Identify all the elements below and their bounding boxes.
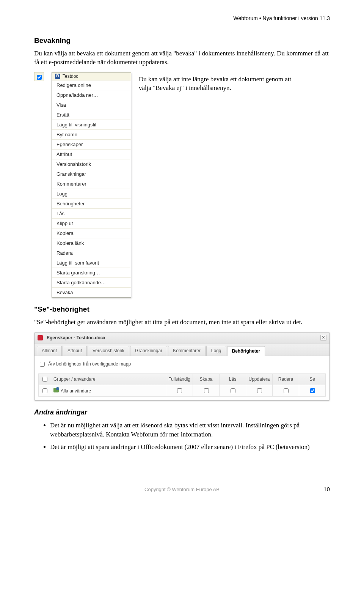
context-menu-item[interactable]: Lås [52,208,131,218]
context-menu: Testdoc Redigera onlineÖppna/ladda ner…V… [52,72,131,298]
section-andra-title: Andra ändringar [34,408,330,416]
properties-dialog: Egenskaper - Testdoc.docx × AllmäntAttri… [34,332,330,401]
dialog-titlebar: Egenskaper - Testdoc.docx × [35,332,329,343]
dialog-title-text: Egenskaper - Testdoc.docx [47,335,105,340]
section-se-para: "Se"-behörighet ger användaren möjlighet… [34,318,330,327]
context-menu-item[interactable]: Attribut [52,149,131,159]
perm-checkbox[interactable] [310,388,315,393]
context-menu-item[interactable]: Ersätt [52,110,131,120]
context-menu-item[interactable]: Behörigheter [52,199,131,208]
context-menu-item[interactable]: Klipp ut [52,218,131,228]
context-menu-item[interactable]: Lägg till visningsfil [52,120,131,129]
context-menu-item[interactable]: Versionshistorik [52,159,131,169]
andra-bullet-list: Det är nu möjlighet att välja att ett lö… [34,421,330,452]
section-bevakning-para: Du kan välja att bevaka ett dokument gen… [34,49,330,67]
inherit-row: Ärv behörigheter från överliggande mapp [38,359,326,371]
section-bevakning-sidenote: Du kan välja att inte längre bevaka ett … [139,72,302,93]
perm-checkbox[interactable] [231,388,235,393]
context-menu-item[interactable]: Lägg till som favorit [52,258,131,268]
perm-column-header: Se [299,373,326,385]
context-menu-item[interactable]: Starta granskning… [52,268,131,277]
context-menu-item[interactable]: Öppna/ladda ner… [52,90,131,100]
inherit-label: Ärv behörigheter från överliggande mapp [48,361,131,367]
dialog-tab[interactable]: Attribut [63,346,87,356]
page-footer: Copyright © Webforum Europe AB 10 [34,486,330,492]
context-menu-item[interactable]: Granskningar [52,169,131,179]
perm-checkbox[interactable] [284,388,289,393]
context-menu-item[interactable]: Kopiera [52,228,131,238]
context-menu-item[interactable]: Egenskaper [52,139,131,149]
doc-checkbox[interactable] [37,75,42,80]
inherit-checkbox[interactable] [40,362,45,367]
dialog-tab[interactable]: Versionshistorik [88,346,129,356]
context-menu-item[interactable]: Radera [52,248,131,258]
perm-checkbox[interactable] [257,388,262,393]
perm-column-header: Radera [273,373,299,385]
close-icon[interactable]: × [320,335,326,341]
group-icon [53,388,59,392]
context-menu-item[interactable]: Kommentarer [52,179,131,189]
bullet-item: Det är möjligt att spara ändringar i Off… [50,443,330,452]
section-bevakning-title: Bevakning [34,36,330,45]
context-menu-item[interactable]: Bevaka [52,287,131,297]
bullet-item: Det är nu möjlighet att välja att ett lö… [50,421,330,439]
doc-checkbox-cell [34,72,44,81]
section-se-title: "Se"-behörighet [34,305,330,314]
perm-column-header: Läs [220,373,246,385]
context-menu-doc-row: Testdoc [52,72,131,80]
context-menu-item[interactable]: Byt namn [52,129,131,139]
perm-column-header: Fullständig [166,373,193,385]
perm-checkbox[interactable] [177,388,182,393]
dialog-tab[interactable]: Granskningar [130,346,167,356]
perm-row-name: Alla användare [51,385,166,396]
perm-column-header: Skapa [193,373,220,385]
context-menu-item[interactable]: Starta godkännande… [52,277,131,287]
dialog-tabs: AllmäntAttributVersionshistorikGransknin… [35,343,329,356]
perm-checkbox[interactable] [204,388,209,393]
word-icon [55,74,60,79]
context-menu-item[interactable]: Redigera online [52,80,131,90]
row-select-checkbox[interactable] [42,388,47,393]
footer-copyright: Copyright © Webforum Europe AB [144,487,220,492]
footer-page-number: 10 [323,486,330,492]
dialog-tab[interactable]: Allmänt [37,346,62,356]
perm-column-header: Uppdatera [246,373,273,385]
dialog-tab[interactable]: Logg [206,346,226,356]
dialog-tab[interactable]: Behörigheter [227,346,265,356]
context-menu-item[interactable]: Logg [52,189,131,199]
context-menu-doc-label: Testdoc [63,74,78,79]
page-header: Webforum • Nya funktioner i version 11.3 [34,15,330,21]
perm-column-header: Grupper / användare [51,373,166,385]
permissions-table: Grupper / användareFullständigSkapaLäsUp… [38,373,326,397]
dialog-tab[interactable]: Kommentarer [168,346,206,356]
context-menu-item[interactable]: Visa [52,100,131,110]
select-all-checkbox[interactable] [42,377,47,382]
webforum-icon [38,335,43,340]
context-menu-item[interactable]: Kopiera länk [52,238,131,248]
